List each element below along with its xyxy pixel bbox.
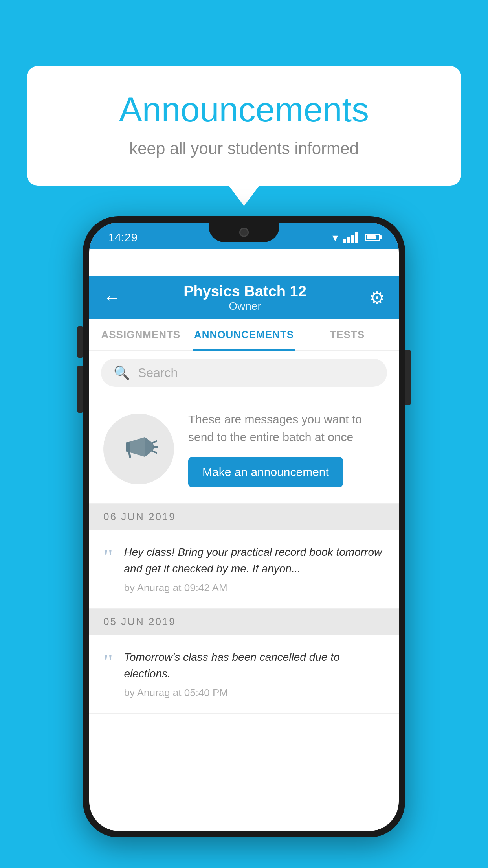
announcement-item-1[interactable]: " Hey class! Bring your practical record… [89, 530, 399, 609]
tab-announcements[interactable]: ANNOUNCEMENTS [193, 319, 296, 350]
screen-content: 14:29 ▾ [89, 223, 399, 831]
header-title: Physics Batch 12 [183, 283, 306, 300]
phone-outer: 14:29 ▾ [83, 216, 405, 837]
back-button[interactable]: ← [103, 288, 121, 307]
header-title-area: Physics Batch 12 Owner [183, 283, 306, 313]
date-label-2: 05 JUN 2019 [103, 616, 176, 627]
status-icons: ▾ [332, 231, 380, 244]
speech-bubble: Announcements keep all your students inf… [27, 66, 461, 186]
power-button[interactable] [405, 350, 411, 405]
announcement-right: These are messages you want to send to t… [188, 410, 385, 487]
speech-bubble-container: Announcements keep all your students inf… [27, 66, 461, 186]
volume-down-button[interactable] [77, 366, 83, 413]
phone-notch [209, 223, 279, 242]
search-container: 🔍 Search [89, 351, 399, 395]
announcement-content-2: Tomorrow's class has been cancelled due … [124, 649, 385, 699]
quote-icon-2: " [103, 651, 113, 674]
announcement-text-2: Tomorrow's class has been cancelled due … [124, 649, 385, 682]
svg-line-3 [152, 451, 156, 453]
svg-line-1 [152, 441, 156, 443]
search-input[interactable]: Search [138, 366, 178, 380]
tabs-bar: ASSIGNMENTS ANNOUNCEMENTS TESTS [89, 319, 399, 351]
battery-icon [365, 234, 380, 241]
phone-screen: 14:29 ▾ [89, 223, 399, 831]
announcement-content-1: Hey class! Bring your practical record b… [124, 544, 385, 594]
announcement-item-2[interactable]: " Tomorrow's class has been cancelled du… [89, 635, 399, 714]
announcement-prompt: These are messages you want to send to t… [89, 395, 399, 504]
search-bar[interactable]: 🔍 Search [101, 359, 387, 387]
quote-icon-1: " [103, 546, 113, 569]
bubble-title: Announcements [58, 90, 430, 130]
app-header: ← Physics Batch 12 Owner ⚙ [89, 276, 399, 319]
tab-tests[interactable]: TESTS [295, 319, 399, 350]
bubble-subtitle: keep all your students informed [58, 139, 430, 158]
wifi-icon: ▾ [332, 231, 338, 244]
volume-up-button[interactable] [77, 326, 83, 358]
phone-mockup: 14:29 ▾ [83, 216, 405, 837]
announcement-description: These are messages you want to send to t… [188, 410, 385, 446]
signal-icon [343, 232, 358, 243]
announcement-meta-2: by Anurag at 05:40 PM [124, 687, 385, 699]
header-subtitle: Owner [183, 300, 306, 313]
announcement-meta-1: by Anurag at 09:42 AM [124, 582, 385, 594]
settings-icon[interactable]: ⚙ [369, 288, 385, 308]
make-announcement-button[interactable]: Make an announcement [188, 457, 343, 487]
status-time: 14:29 [108, 231, 138, 244]
front-camera [239, 228, 249, 237]
search-icon: 🔍 [114, 365, 130, 381]
megaphone-circle [103, 414, 174, 484]
tab-assignments[interactable]: ASSIGNMENTS [89, 319, 193, 350]
date-separator-1: 06 JUN 2019 [89, 504, 399, 530]
announcement-text-1: Hey class! Bring your practical record b… [124, 544, 385, 577]
date-separator-2: 05 JUN 2019 [89, 609, 399, 635]
app-content: ← Physics Batch 12 Owner ⚙ ASSIGNMENTS [89, 276, 399, 831]
megaphone-icon [119, 429, 158, 469]
date-label-1: 06 JUN 2019 [103, 511, 176, 522]
